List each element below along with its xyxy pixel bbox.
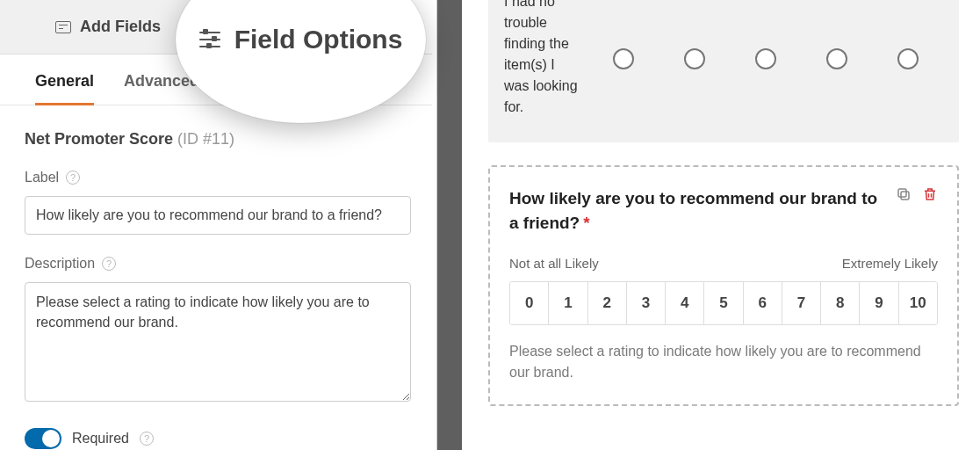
scale-label-left: Not at all Likely	[509, 256, 599, 271]
preview-area: I had no trouble finding the item(s) I w…	[462, 0, 980, 450]
app-root: Add Fields Field Options General Advance…	[0, 0, 980, 450]
help-icon[interactable]	[102, 257, 116, 271]
left-panel: Add Fields Field Options General Advance…	[0, 0, 437, 450]
nps-scale-cell[interactable]: 4	[666, 282, 704, 324]
sliders-icon	[199, 29, 220, 50]
likert-radio[interactable]	[613, 48, 634, 69]
label-group: Label	[25, 170, 407, 235]
svg-rect-1	[898, 189, 906, 197]
nps-scale-cell[interactable]: 3	[627, 282, 666, 324]
nps-scale-cell[interactable]: 0	[510, 282, 549, 324]
tab-add-fields-label: Add Fields	[80, 18, 161, 36]
likert-radio[interactable]	[826, 48, 847, 69]
description-group: Description Please select a rating to in…	[25, 256, 407, 405]
nps-head: How likely are you to recommend our bran…	[509, 186, 938, 235]
nps-helper: Please select a rating to indicate how l…	[509, 341, 938, 383]
gutter	[437, 0, 462, 450]
label-caption-row: Label	[25, 170, 407, 185]
description-textarea[interactable]: Please select a rating to indicate how l…	[25, 282, 411, 402]
nps-scale-cell[interactable]: 9	[860, 282, 898, 324]
field-title-text: Net Promoter Score	[25, 130, 173, 148]
nps-scale-cell[interactable]: 1	[549, 282, 587, 324]
help-icon[interactable]	[140, 432, 154, 446]
nps-block[interactable]: How likely are you to recommend our bran…	[488, 165, 959, 406]
svg-rect-0	[901, 192, 909, 200]
duplicate-icon[interactable]	[896, 186, 912, 202]
nps-scale-cell[interactable]: 7	[782, 282, 821, 324]
likert-block: I had no trouble finding the item(s) I w…	[488, 0, 959, 142]
required-label: Required	[72, 431, 129, 446]
nps-actions	[896, 186, 938, 202]
likert-cells	[588, 48, 943, 69]
sub-tab-advanced[interactable]: Advanced	[124, 72, 199, 105]
nps-scale-cell[interactable]: 2	[588, 282, 627, 324]
likert-row: I had no trouble finding the item(s) I w…	[504, 0, 943, 127]
label-input[interactable]	[25, 196, 411, 235]
form-icon	[55, 21, 71, 33]
field-id: (ID #11)	[177, 130, 234, 148]
help-icon[interactable]	[66, 171, 80, 185]
required-row: Required	[25, 428, 407, 449]
trash-icon[interactable]	[922, 186, 938, 202]
likert-radio[interactable]	[755, 48, 776, 69]
nps-scale-cell[interactable]: 5	[704, 282, 743, 324]
required-toggle[interactable]	[25, 428, 61, 449]
field-title: Net Promoter Score (ID #11)	[25, 130, 407, 149]
scale-labels: Not at all Likely Extremely Likely	[509, 256, 938, 271]
label-caption: Label	[25, 170, 59, 185]
nps-question-text: How likely are you to recommend our bran…	[509, 189, 877, 232]
description-caption-row: Description	[25, 256, 407, 272]
description-caption: Description	[25, 256, 95, 272]
panel-body: Net Promoter Score (ID #11) Label Descri…	[0, 105, 432, 450]
nps-scale: 0 1 2 3 4 5 6 7 8 9 10	[509, 281, 938, 325]
likert-row-label: I had no trouble finding the item(s) I w…	[504, 0, 588, 127]
likert-radio[interactable]	[684, 48, 705, 69]
nps-scale-cell[interactable]: 8	[821, 282, 860, 324]
field-options-highlight-label: Field Options	[234, 25, 403, 54]
sub-tab-general[interactable]: General	[35, 72, 94, 105]
nps-question: How likely are you to recommend our bran…	[509, 186, 896, 235]
nps-scale-cell[interactable]: 10	[899, 282, 937, 324]
nps-scale-cell[interactable]: 6	[744, 282, 782, 324]
required-star: *	[583, 214, 589, 232]
likert-radio[interactable]	[897, 48, 919, 69]
scale-label-right: Extremely Likely	[842, 256, 938, 271]
